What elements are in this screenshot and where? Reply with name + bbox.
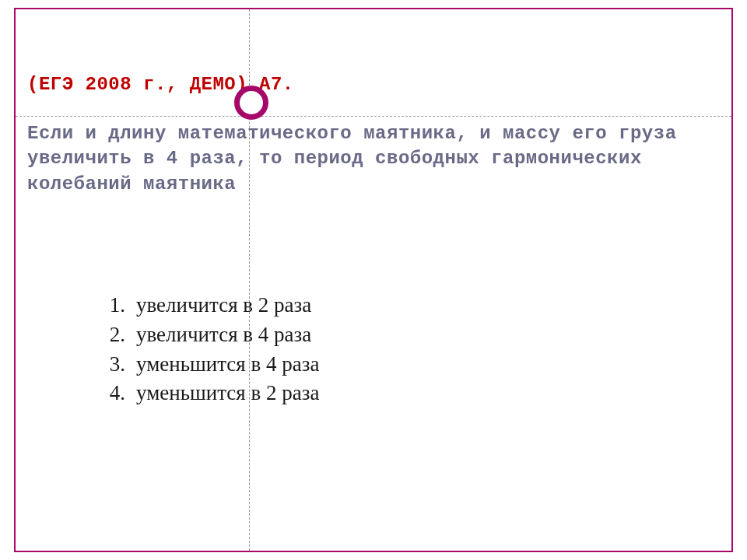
answer-text: уменьшится в 4 раза	[136, 350, 319, 380]
question-body: Если и длину математического маятника, и…	[27, 121, 716, 197]
list-item: 3. уменьшится в 4 раза	[105, 350, 319, 380]
answer-number: 3.	[105, 350, 136, 380]
answer-list: 1. увеличится в 2 раза 2. увеличится в 4…	[105, 291, 319, 408]
answer-number: 4.	[105, 379, 136, 408]
list-item: 1. увеличится в 2 раза	[105, 291, 319, 320]
list-item: 2. увеличится в 4 раза	[105, 320, 319, 350]
answer-number: 1.	[105, 291, 136, 320]
slide-frame: (ЕГЭ 2008 г., ДЕМО) А7. Если и длину мат…	[14, 8, 733, 552]
ring-decoration-icon	[234, 86, 268, 120]
list-item: 4. уменьшится в 2 раза	[105, 379, 319, 408]
divider-horizontal	[16, 116, 731, 117]
answer-text: уменьшится в 2 раза	[136, 379, 319, 408]
answer-text: увеличится в 4 раза	[136, 320, 311, 350]
answer-number: 2.	[105, 320, 136, 350]
answer-text: увеличится в 2 раза	[136, 291, 311, 320]
